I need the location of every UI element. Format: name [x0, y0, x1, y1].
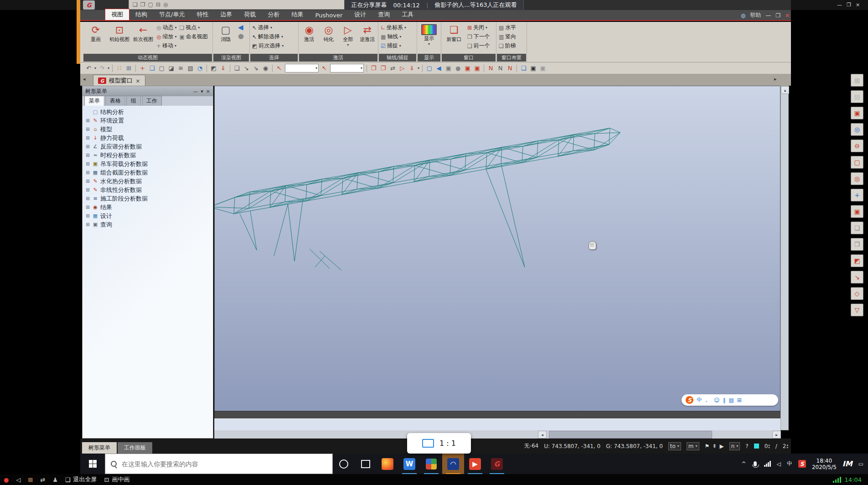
tree-expander-icon[interactable]: ⊞: [85, 153, 90, 158]
tree-item-吊车荷载分析数据[interactable]: ⊞▣吊车荷载分析数据: [85, 160, 213, 168]
app-restore-button[interactable]: ❐: [775, 12, 780, 19]
toolbar-icon-12[interactable]: ◔: [196, 65, 204, 72]
tree-item-模型[interactable]: ⊞⌂模型: [85, 125, 213, 134]
ribbon-button-新窗口[interactable]: ❏新窗口: [443, 23, 465, 43]
status-combo-n[interactable]: n▾: [729, 442, 740, 450]
menu-tab-节点/单元[interactable]: 节点/单元: [153, 9, 191, 20]
tree-expander-icon[interactable]: ⊞: [85, 135, 90, 140]
qat-icon-0[interactable]: ❏: [133, 1, 138, 8]
tab-close-icon[interactable]: ×: [135, 77, 140, 84]
toolbar-icon-18[interactable]: ↘: [243, 65, 250, 72]
sogou-icon-5[interactable]: ⊞: [737, 397, 742, 403]
start-button[interactable]: [80, 454, 105, 474]
record-icon[interactable]: ●: [4, 476, 9, 483]
speaker-icon[interactable]: ◁: [16, 476, 21, 483]
ribbon-button-移动[interactable]: +移动▾: [155, 41, 178, 50]
status-mini-icon-1[interactable]: ⇞: [712, 443, 717, 449]
ribbon-button-水平[interactable]: ▤水平: [498, 23, 517, 32]
tree-expander-icon[interactable]: ⊞: [85, 170, 90, 175]
toolbar-icon-11[interactable]: ▧: [186, 65, 194, 72]
tree-tab-菜单[interactable]: 菜单: [84, 96, 104, 106]
network-icon[interactable]: [764, 461, 771, 467]
hscroll-right-icon[interactable]: ▸: [772, 431, 781, 439]
help-label[interactable]: 帮助: [750, 11, 761, 19]
tree-item-组合截面分析数据[interactable]: ⊞▦组合截面分析数据: [85, 168, 213, 177]
toolbar-icon-42[interactable]: N: [506, 65, 514, 72]
tab-scroll-right-icon[interactable]: ▸: [774, 76, 777, 82]
right-toolbar-icon-5[interactable]: ▢: [851, 156, 863, 169]
ribbon-button-动态[interactable]: ◎动态▾: [155, 23, 178, 32]
toolbar-icon-46[interactable]: ▣: [539, 65, 547, 72]
sogou-icon-4[interactable]: ▤: [729, 397, 734, 403]
toolbar-icon-17[interactable]: ❏: [233, 65, 241, 72]
toolbar-icon-0[interactable]: ↶: [85, 65, 93, 72]
ribbon-button-重画[interactable]: ⟳重画: [84, 23, 107, 43]
toolbar-icon-41[interactable]: N: [496, 65, 504, 72]
menu-tab-工具[interactable]: 工具: [396, 9, 419, 20]
panel-tab-树形菜单[interactable]: 树形菜单: [82, 442, 117, 454]
ribbon-button-前次视图[interactable]: ←前次视图: [132, 23, 155, 43]
taskbar-app-wps[interactable]: W: [398, 454, 420, 474]
horizontal-scrollbar[interactable]: ◂ ▸: [214, 430, 780, 439]
ribbon-button-解除选择[interactable]: ↖解除选择▾: [251, 32, 284, 41]
panel-collapse-icon[interactable]: —: [193, 88, 198, 94]
taskbar-clock[interactable]: 18:40 2020/5/5: [812, 458, 837, 470]
hscroll-left-icon[interactable]: ◂: [538, 431, 547, 439]
tree-item-反应谱分析数据[interactable]: ⊞∠反应谱分析数据: [85, 142, 213, 151]
input-lang-indicator[interactable]: 中: [787, 460, 792, 468]
toolbar-icon-28[interactable]: ❐: [379, 65, 387, 72]
ribbon-button-前一个[interactable]: ❑前一个: [466, 41, 491, 50]
menu-tab-设计[interactable]: 设计: [348, 9, 372, 20]
ribbon-button-下一个[interactable]: ❐下一个: [466, 32, 491, 41]
ribbon-button-捕捉[interactable]: ☑捕捉▾: [380, 41, 407, 50]
sogou-logo-icon[interactable]: S: [686, 396, 693, 404]
toolbar-icon-45[interactable]: ▣: [529, 65, 537, 72]
pip-button[interactable]: ⊡ 画中画: [104, 475, 129, 484]
taskbar-app-wpp[interactable]: ▶: [464, 454, 486, 474]
status-mini-icon-0[interactable]: ⚑: [705, 443, 710, 449]
tab-model-window[interactable]: G 模型窗口 ×: [93, 75, 145, 86]
close-icon[interactable]: ×: [856, 2, 860, 8]
tab-scroll-left-icon[interactable]: ◂: [83, 76, 86, 82]
ribbon-button-显示[interactable]: 显示▾: [418, 23, 439, 46]
status-color-swatch[interactable]: [754, 444, 759, 449]
tray-chevron-icon[interactable]: ^: [742, 461, 746, 467]
toolbar-icon-24[interactable]: ↖: [320, 65, 328, 72]
sogou-tray-icon[interactable]: S: [798, 460, 806, 468]
menu-tab-结果[interactable]: 结果: [285, 9, 309, 20]
toolbar-icon-7[interactable]: ❑: [148, 65, 156, 72]
toolbar-icon-34[interactable]: ◀: [435, 65, 443, 72]
qat-icon-3[interactable]: ⊟: [156, 1, 160, 8]
length-unit-combo[interactable]: m▾: [687, 442, 699, 450]
taskbar-app-colorapp[interactable]: [420, 454, 442, 474]
right-toolbar-icon-9[interactable]: ❏: [851, 222, 863, 234]
menu-tab-分析[interactable]: 分析: [262, 9, 285, 20]
sogou-icon-0[interactable]: 中: [697, 396, 702, 404]
qat-icon-2[interactable]: ▢: [148, 1, 153, 8]
search-input[interactable]: [121, 460, 314, 468]
ribbon-button-命名视图[interactable]: ▣命名视图: [179, 32, 209, 41]
taskbar-app-midas-civil[interactable]: G: [486, 454, 508, 474]
tree-item-设计[interactable]: ⊞▦设计: [85, 212, 213, 220]
tree-item-环境设置[interactable]: ⊞✎环境设置: [85, 116, 213, 125]
exit-fullscreen-button[interactable]: ❏ 退出全屏: [65, 475, 97, 484]
tree-item-时程分析数据[interactable]: ⊞≈时程分析数据: [85, 151, 213, 160]
sogou-icon-3[interactable]: ∥: [723, 397, 726, 403]
right-toolbar-icon-0[interactable]: ▦: [851, 74, 863, 87]
ribbon-button-全部[interactable]: ▷全部▾: [339, 23, 357, 47]
tree-expander-icon[interactable]: ⊞: [85, 196, 90, 201]
panel-pin-icon[interactable]: ▾: [201, 88, 203, 94]
tree-tab-工作[interactable]: 工作: [142, 96, 162, 106]
app-minimize-button[interactable]: —: [765, 12, 771, 19]
tree-expander-icon[interactable]: ⊞: [85, 222, 90, 227]
toolbar-icon-27[interactable]: ❐: [370, 65, 377, 72]
toolbar-combo-23[interactable]: ▾: [285, 64, 319, 72]
toolbar-icon-22[interactable]: ↖: [275, 65, 283, 72]
right-toolbar-icon-3[interactable]: ◎: [851, 123, 863, 136]
right-toolbar-icon-4[interactable]: ⊖: [851, 139, 863, 152]
tree-item-水化热分析数据[interactable]: ⊞✎水化热分析数据: [85, 177, 213, 186]
toolbar-icon-10[interactable]: ≋: [177, 65, 185, 72]
tree-expander-icon[interactable]: ⊞: [85, 144, 90, 149]
qat-icon-4[interactable]: ◎: [163, 1, 168, 8]
right-toolbar-icon-13[interactable]: ◇: [851, 287, 863, 300]
